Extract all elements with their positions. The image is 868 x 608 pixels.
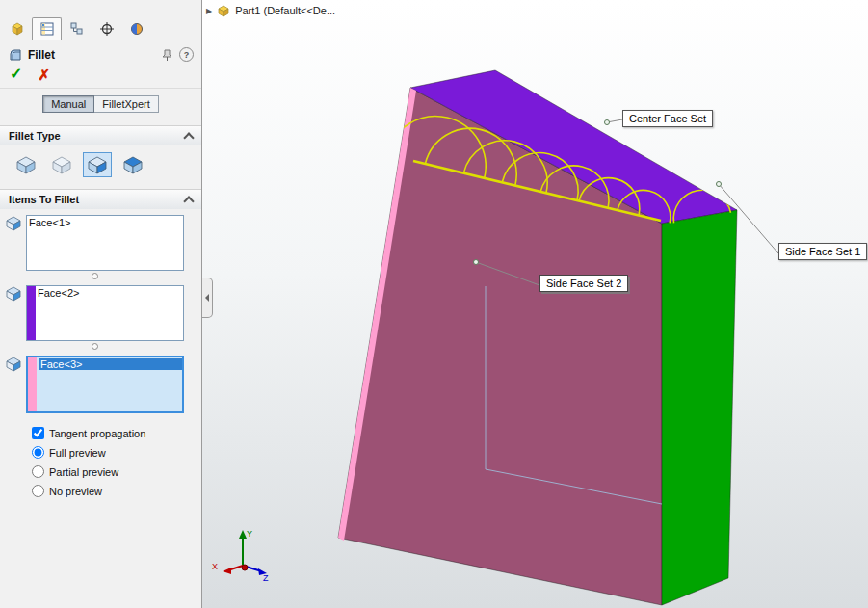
- confirm-bar: ✓ ✗: [0, 65, 201, 89]
- items-to-fillet-label: Items To Fillet: [9, 194, 79, 205]
- fillet-type-label: Fillet Type: [9, 130, 61, 142]
- section-fillet-type[interactable]: Fillet Type: [0, 125, 201, 145]
- face-selection-box-3[interactable]: Face<3>: [26, 356, 184, 413]
- full-round-fillet-button[interactable]: [118, 152, 147, 177]
- x-axis-label: X: [212, 562, 218, 571]
- ok-button[interactable]: ✓: [10, 66, 22, 82]
- face-select-icon: [5, 215, 22, 232]
- partial-preview-label: Partial preview: [49, 466, 118, 478]
- full-preview-radio[interactable]: [32, 446, 44, 459]
- partial-preview-option[interactable]: Partial preview: [0, 462, 201, 481]
- callout-center-face-set[interactable]: Center Face Set: [622, 110, 713, 127]
- origin-ball-icon: [242, 565, 248, 570]
- face-selection-row: Face<1>: [0, 209, 201, 271]
- callout-side-face-set-1[interactable]: Side Face Set 1: [778, 243, 867, 260]
- part-icon: [217, 4, 230, 17]
- constant-size-fillet-icon: [14, 155, 38, 175]
- section-items-to-fillet[interactable]: Items To Fillet: [0, 189, 201, 209]
- model-scene: X Y Z: [202, 0, 868, 608]
- tree-expand-icon[interactable]: ▶: [206, 7, 212, 15]
- tab-configurationmanager[interactable]: [62, 17, 92, 40]
- face-fillet-button[interactable]: [83, 152, 112, 177]
- selection-item-selected[interactable]: Face<3>: [39, 358, 182, 370]
- solidworks-window: Fillet ? ✓ ✗ Manual FilletXpert Fillet T…: [0, 0, 868, 608]
- no-preview-label: No preview: [49, 486, 102, 497]
- configurationmanager-icon: [69, 21, 85, 37]
- y-axis-arrow-icon: [239, 530, 247, 539]
- face-selection-row: Face<3>: [0, 350, 201, 413]
- panel-collapse-handle[interactable]: [202, 278, 213, 318]
- full-preview-option[interactable]: Full preview: [0, 442, 201, 462]
- variable-size-fillet-icon: [50, 155, 73, 175]
- tab-dimxpertmanager[interactable]: [92, 17, 121, 40]
- selection-item[interactable]: Face<1>: [29, 217, 183, 228]
- constant-size-fillet-button[interactable]: [12, 152, 40, 177]
- collapse-chevron-icon[interactable]: [183, 132, 194, 143]
- y-axis-label: Y: [247, 529, 252, 539]
- tab-displaymanager[interactable]: [121, 17, 151, 40]
- fillet-feature-icon: [8, 47, 22, 62]
- tangent-propagation-checkbox[interactable]: [32, 427, 44, 439]
- displaymanager-icon: [129, 21, 145, 37]
- face2-color-strip: [27, 286, 36, 340]
- no-preview-radio[interactable]: [32, 485, 44, 497]
- graphics-viewport[interactable]: X Y Z ▶ Part1 (Default<<De... Center Fac…: [202, 0, 868, 608]
- face3-color-strip: [28, 357, 37, 411]
- featuremanager-icon: [10, 21, 25, 37]
- tangent-propagation-option[interactable]: Tangent propagation: [0, 423, 201, 442]
- face-selection-box-2[interactable]: Face<2>: [26, 285, 184, 341]
- reference-triad: X Y Z: [212, 529, 269, 583]
- dimxpertmanager-icon: [99, 21, 115, 37]
- full-preview-label: Full preview: [49, 447, 106, 459]
- propertymanager-icon: [39, 21, 55, 37]
- selection-item[interactable]: Face<2>: [38, 287, 183, 299]
- tab-propertymanager[interactable]: [32, 17, 62, 40]
- end-face[interactable]: [662, 210, 737, 605]
- box-resize-handle[interactable]: [92, 343, 98, 350]
- manual-button[interactable]: Manual: [42, 95, 94, 113]
- filletxpert-button[interactable]: FilletXpert: [94, 95, 159, 113]
- z-axis-label: Z: [263, 573, 269, 583]
- callout-side-face-set-2[interactable]: Side Face Set 2: [539, 275, 628, 292]
- face-select-icon: [5, 356, 22, 373]
- face-selection-row: Face<2>: [0, 279, 201, 341]
- no-preview-option[interactable]: No preview: [0, 481, 201, 500]
- face-select-icon: [5, 285, 22, 303]
- face-selection-box-1[interactable]: Face<1>: [26, 215, 184, 271]
- property-manager-panel: Fillet ? ✓ ✗ Manual FilletXpert Fillet T…: [0, 0, 202, 608]
- help-icon[interactable]: ?: [179, 47, 194, 62]
- tree-item-label[interactable]: Part1 (Default<<De...: [235, 5, 335, 16]
- box-resize-handle[interactable]: [92, 273, 98, 279]
- manager-tab-bar: [0, 0, 201, 40]
- collapse-chevron-icon[interactable]: [183, 196, 194, 206]
- face-fillet-icon: [86, 155, 109, 175]
- property-manager-header: Fillet ?: [0, 40, 201, 65]
- full-round-fillet-icon: [121, 155, 145, 175]
- panel-title: Fillet: [28, 48, 55, 62]
- tab-featuremanager[interactable]: [2, 17, 32, 40]
- x-axis-arrow-icon: [223, 568, 231, 574]
- variable-size-fillet-button[interactable]: [47, 152, 76, 177]
- pushpin-icon[interactable]: [160, 48, 173, 62]
- partial-preview-radio[interactable]: [32, 465, 44, 478]
- collapse-arrow-icon: [205, 294, 209, 302]
- cancel-button[interactable]: ✗: [38, 67, 50, 82]
- fillet-type-buttons: [0, 145, 201, 184]
- feature-tree-item[interactable]: ▶ Part1 (Default<<De...: [206, 4, 335, 17]
- mode-toggle: Manual FilletXpert: [0, 89, 201, 120]
- tangent-propagation-label: Tangent propagation: [49, 428, 145, 439]
